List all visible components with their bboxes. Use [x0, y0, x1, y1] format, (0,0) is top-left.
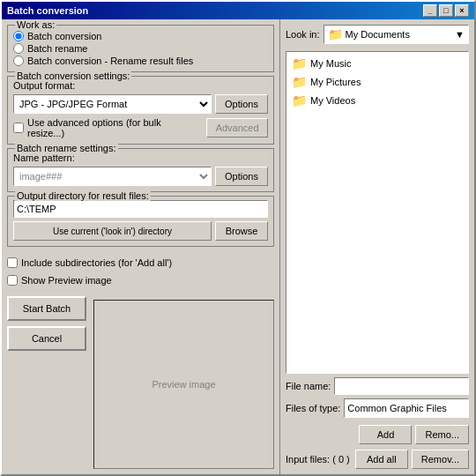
output-directory-label: Output directory for result files: — [15, 190, 151, 201]
title-bar: Batch conversion _ □ × — [2, 2, 474, 19]
radio-batch-conversion-rename-input[interactable] — [13, 56, 24, 66]
radio-batch-conversion[interactable]: Batch conversion — [13, 31, 268, 41]
start-batch-button[interactable]: Start Batch — [7, 296, 86, 321]
preview-image-area: Preview image — [93, 300, 274, 469]
input-files-section: Input files: ( 0 ) Add all Remov... — [286, 450, 469, 469]
right-panel: Look in: 📁 My Documents ▼ 📁 My Music 📁 M… — [279, 19, 474, 474]
output-format-row: JPG - JPG/JPEG Format Options — [13, 94, 268, 114]
folder-music-icon: 📁 — [292, 56, 307, 71]
batch-conversion-settings-label: Batch conversion settings: — [15, 71, 131, 81]
left-panel: Work as: Batch conversion Batch rename B… — [2, 19, 279, 474]
batch-rename-settings-label: Batch rename settings: — [15, 143, 118, 153]
batch-conversion-window: Batch conversion _ □ × Work as: Batch co… — [0, 0, 476, 476]
file-item-pictures-label: My Pictures — [310, 77, 361, 87]
dropdown-arrow-icon: ▼ — [455, 29, 465, 40]
radio-batch-conversion-rename-label: Batch conversion - Rename result files — [27, 56, 193, 66]
add-remove-row: Add Remo... — [286, 425, 469, 444]
add-button[interactable]: Add — [359, 425, 412, 444]
maximize-button[interactable]: □ — [439, 4, 453, 17]
add-all-button[interactable]: Add all — [355, 450, 408, 469]
file-list: 📁 My Music 📁 My Pictures 📁 My Videos — [286, 51, 469, 374]
browse-button[interactable]: Browse — [215, 221, 268, 241]
window-title: Batch conversion — [7, 5, 88, 16]
options-button[interactable]: Options — [215, 94, 268, 114]
advanced-options-label: Use advanced options (for bulk resize...… — [27, 117, 199, 138]
files-of-type-row: Files of type: Common Graphic Files — [286, 398, 469, 418]
output-directory-group: Output directory for result files: C:\TE… — [7, 196, 274, 247]
work-as-group: Work as: Batch conversion Batch rename B… — [7, 25, 274, 72]
look-in-label: Look in: — [286, 29, 320, 40]
radio-batch-rename-input[interactable] — [13, 43, 24, 54]
include-subdirectories-row: Include subdirectories (for 'Add all') — [7, 257, 274, 268]
close-button[interactable]: × — [455, 4, 469, 17]
name-pattern-select[interactable]: image### — [13, 167, 212, 186]
batch-rename-settings-group: Batch rename settings: Name pattern: ima… — [7, 148, 274, 192]
include-subdirectories-checkbox[interactable] — [7, 257, 18, 268]
folder-pictures-icon: 📁 — [292, 75, 307, 89]
folder-icon: 📁 — [328, 27, 343, 41]
radio-batch-rename[interactable]: Batch rename — [13, 43, 268, 54]
advanced-options-row: Use advanced options (for bulk resize...… — [13, 117, 268, 138]
rename-options-button[interactable]: Options — [215, 167, 268, 186]
title-bar-buttons: _ □ × — [423, 4, 469, 17]
file-item-music[interactable]: 📁 My Music — [290, 56, 465, 71]
file-name-label: File name: — [286, 381, 331, 391]
advanced-button[interactable]: Advanced — [206, 118, 268, 138]
file-name-input[interactable] — [334, 377, 469, 395]
file-item-music-label: My Music — [310, 58, 351, 69]
look-in-bar: Look in: 📁 My Documents ▼ — [286, 25, 469, 44]
bottom-area: Start Batch Cancel Preview image — [7, 296, 274, 469]
main-content: Work as: Batch conversion Batch rename B… — [2, 19, 474, 474]
use-look-in-button[interactable]: Use current ('look in') directory — [13, 221, 212, 241]
output-directory-input[interactable]: C:\TEMP — [13, 200, 268, 218]
files-of-type-label: Files of type: — [286, 403, 340, 413]
name-pattern-row: image### Options — [13, 167, 268, 186]
bottom-checkboxes: Include subdirectories (for 'Add all') S… — [7, 250, 274, 289]
name-pattern-label: Name pattern: — [13, 152, 268, 163]
remove-button[interactable]: Remo... — [415, 425, 469, 444]
output-format-select[interactable]: JPG - JPG/JPEG Format — [13, 94, 212, 114]
radio-batch-conversion-rename[interactable]: Batch conversion - Rename result files — [13, 56, 268, 66]
look-in-dropdown[interactable]: 📁 My Documents ▼ — [324, 25, 469, 44]
show-preview-checkbox[interactable] — [7, 275, 18, 286]
show-preview-row: Show Preview image — [7, 275, 274, 286]
output-format-label: Output format: — [13, 80, 268, 91]
file-name-row: File name: — [286, 377, 469, 395]
radio-batch-rename-label: Batch rename — [27, 43, 87, 54]
directory-buttons-row: Use current ('look in') directory Browse — [13, 221, 268, 241]
file-item-videos-label: My Videos — [310, 95, 355, 106]
radio-batch-conversion-input[interactable] — [13, 31, 24, 41]
batch-conversion-settings-group: Batch conversion settings: Output format… — [7, 76, 274, 145]
look-in-value: My Documents — [346, 29, 453, 40]
cancel-button[interactable]: Cancel — [7, 326, 86, 351]
radio-batch-conversion-label: Batch conversion — [27, 31, 101, 41]
action-buttons: Start Batch Cancel — [7, 296, 86, 469]
folder-videos-icon: 📁 — [292, 93, 307, 108]
input-files-label: Input files: ( 0 ) — [286, 454, 352, 465]
minimize-button[interactable]: _ — [423, 4, 437, 17]
include-subdirectories-label: Include subdirectories (for 'Add all') — [21, 257, 172, 268]
preview-label: Preview image — [152, 379, 215, 390]
file-item-videos[interactable]: 📁 My Videos — [290, 93, 465, 108]
files-of-type-value[interactable]: Common Graphic Files — [344, 398, 469, 418]
show-preview-label: Show Preview image — [21, 275, 112, 286]
file-item-pictures[interactable]: 📁 My Pictures — [290, 74, 465, 90]
advanced-options-checkbox[interactable] — [13, 123, 24, 133]
remove-all-button[interactable]: Remov... — [412, 450, 469, 469]
work-as-label: Work as: — [15, 19, 56, 30]
